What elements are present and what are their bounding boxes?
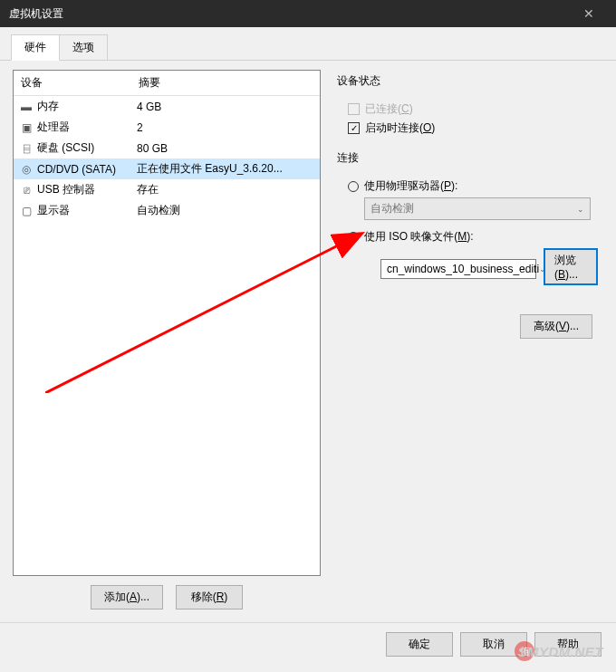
device-summary: 存在 [137, 182, 314, 197]
device-name: 硬盘 (SCSI) [37, 140, 137, 156]
iso-file-select[interactable]: cn_windows_10_business_editi ⌄ [380, 259, 536, 279]
left-buttons: 添加(A)... 移除(R) [13, 576, 321, 613]
device-summary: 80 GB [137, 142, 314, 155]
cd-icon: ◎ [19, 163, 34, 176]
remove-label: 移除(R) [191, 590, 228, 603]
connect-at-power-checkbox[interactable]: ✓ [348, 122, 360, 134]
physical-drive-select: 自动检测 ⌄ [364, 197, 591, 220]
browse-button[interactable]: 浏览(B)... [544, 248, 598, 285]
iso-row: 使用 ISO 映像文件(M): [348, 229, 598, 245]
physical-drive-row: 使用物理驱动器(P): [348, 178, 598, 194]
advanced-button[interactable]: 高级(V)... [520, 314, 592, 339]
tab-strip: 硬件 选项 [0, 27, 616, 61]
device-status-group: 已连接(C) ✓ 启动时连接(O) [337, 94, 598, 150]
tab-hardware[interactable]: 硬件 [11, 34, 60, 61]
device-summary: 正在使用文件 EasyU_3.6.20... [137, 161, 314, 177]
tab-options[interactable]: 选项 [59, 34, 108, 60]
advanced-row: 高级(V)... [337, 314, 598, 339]
device-summary: 2 [137, 121, 314, 134]
content-area: 设备 摘要 ▬ 内存 4 GB ▣ 处理器 2 ⌸ 硬盘 (SCSI) 80 G… [0, 61, 616, 622]
list-item-processor[interactable]: ▣ 处理器 2 [14, 117, 320, 138]
device-name: 处理器 [37, 120, 137, 135]
device-list: 设备 摘要 ▬ 内存 4 GB ▣ 处理器 2 ⌸ 硬盘 (SCSI) 80 G… [13, 70, 321, 576]
iso-radio[interactable] [348, 232, 359, 243]
remove-button[interactable]: 移除(R) [176, 585, 243, 610]
device-name: CD/DVD (SATA) [37, 163, 137, 176]
close-icon[interactable]: ✕ [571, 6, 607, 21]
list-item-usb[interactable]: ⎚ USB 控制器 存在 [14, 179, 320, 200]
chevron-down-icon: ⌄ [577, 205, 584, 214]
connect-at-power-row: ✓ 启动时连接(O) [348, 120, 598, 136]
physical-drive-value: 自动检测 [371, 201, 414, 216]
list-item-memory[interactable]: ▬ 内存 4 GB [14, 96, 320, 117]
window-title: 虚拟机设置 [9, 6, 571, 22]
device-summary: 自动检测 [137, 203, 314, 218]
list-item-cddvd[interactable]: ◎ CD/DVD (SATA) 正在使用文件 EasyU_3.6.20... [14, 158, 320, 179]
add-button[interactable]: 添加(A)... [91, 585, 163, 610]
iso-input-row: cn_windows_10_business_editi ⌄ 浏览(B)... [364, 248, 598, 285]
physical-drive-radio[interactable] [348, 181, 359, 192]
titlebar: 虚拟机设置 ✕ [0, 0, 616, 27]
ok-button[interactable]: 确定 [386, 632, 453, 657]
watermark-text: SMYDM.NET [518, 644, 604, 659]
device-name: USB 控制器 [37, 182, 137, 197]
usb-icon: ⎚ [19, 184, 34, 197]
browse-label: 浏览(B)... [554, 254, 578, 281]
iso-file-value: cn_windows_10_business_editi [387, 263, 539, 275]
connected-label: 已连接(C) [365, 101, 413, 117]
device-name: 内存 [37, 99, 137, 114]
connection-group: 使用物理驱动器(P): 自动检测 ⌄ 使用 ISO 映像文件(M): cn_wi… [337, 171, 598, 296]
header-summary: 摘要 [131, 71, 320, 95]
memory-icon: ▬ [19, 101, 34, 113]
disk-icon: ⌸ [19, 142, 34, 155]
connect-at-power-label: 启动时连接(O) [365, 120, 435, 136]
iso-label: 使用 ISO 映像文件(M): [364, 229, 474, 245]
connected-row: 已连接(C) [348, 101, 598, 117]
left-column: 设备 摘要 ▬ 内存 4 GB ▣ 处理器 2 ⌸ 硬盘 (SCSI) 80 G… [13, 70, 321, 613]
connection-label: 连接 [337, 150, 598, 166]
list-item-display[interactable]: ▢ 显示器 自动检测 [14, 200, 320, 221]
add-label: 添加(A)... [104, 590, 149, 603]
device-status-label: 设备状态 [337, 73, 598, 89]
device-summary: 4 GB [137, 101, 314, 113]
physical-drive-label: 使用物理驱动器(P): [364, 178, 457, 194]
display-icon: ▢ [19, 205, 34, 217]
connected-checkbox [348, 103, 360, 115]
header-device: 设备 [14, 71, 131, 95]
list-item-harddisk[interactable]: ⌸ 硬盘 (SCSI) 80 GB [14, 138, 320, 158]
cpu-icon: ▣ [19, 121, 34, 134]
advanced-label: 高级(V)... [534, 320, 579, 332]
device-name: 显示器 [37, 203, 137, 218]
right-column: 设备状态 已连接(C) ✓ 启动时连接(O) 连接 使用物理驱动器(P): 自动… [332, 70, 603, 613]
list-header: 设备 摘要 [14, 71, 320, 96]
